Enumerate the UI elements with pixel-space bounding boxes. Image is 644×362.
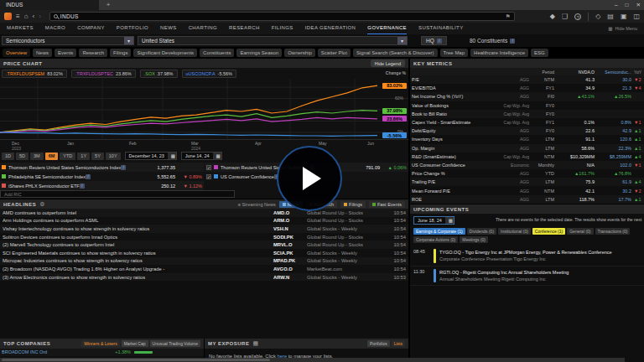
tab-tree-map[interactable]: Tree Map (440, 49, 468, 57)
event-chip-institutional-0[interactable]: Institutional (0) (498, 228, 531, 235)
range-6m[interactable]: 6M (45, 153, 59, 160)
menu-item-research[interactable]: RESEARCH (229, 22, 260, 35)
metric-row[interactable]: Mean Forward P/EAGGNTM42.130.2▼2 (410, 186, 644, 194)
hide-menu-button[interactable]: ▦ Hide Menu (608, 26, 637, 31)
legend-row[interactable]: Philadelphia SE Semiconductor Indexi5,55… (0, 172, 204, 181)
metric-row[interactable]: Book to Bill RatioCap Wgt. AvgFY0 (410, 110, 644, 118)
exposure-tab-portfolios[interactable]: Portfolios (367, 340, 390, 347)
range-10y[interactable]: 10Y (106, 153, 121, 160)
help-icon[interactable]: ? (574, 13, 581, 20)
news-headline[interactable]: Micropac Industries continues to show st… (3, 258, 273, 263)
news-row[interactable]: SCI Engineered Materials continues to sh… (0, 249, 408, 257)
region-select[interactable]: United States ▾ (138, 36, 408, 45)
exposure-tab-lists[interactable]: Lists (392, 340, 405, 347)
news-headline[interactable]: Vishay Intertechnology continues to show… (3, 226, 273, 231)
news-row[interactable]: Arm Holdings continues to outperform ASM… (0, 217, 408, 225)
news-ric[interactable]: VSH.N (273, 226, 307, 231)
sector-select[interactable]: Semiconductors ▾ (2, 36, 134, 45)
tab-news[interactable]: News (33, 49, 52, 57)
tab-overview[interactable]: Overview (3, 49, 30, 57)
calendar-icon[interactable]: ▦ (445, 217, 454, 224)
metric-row[interactable]: Trailing P/EAGGLTM75.961.9▲4 (410, 178, 644, 186)
company-name[interactable]: BROADCOM INC Ord (2, 349, 101, 354)
tab-ownership[interactable]: Ownership (284, 49, 315, 57)
legend-row[interactable]: Thomson Reuters United States Semiconduc… (0, 163, 204, 172)
news-headline[interactable]: SCI Engineered Materials continues to sh… (3, 251, 273, 256)
menu-item-macro[interactable]: MACRO (45, 22, 65, 35)
tc-tab-market-cap[interactable]: Market Cap (122, 340, 148, 347)
events-date-input[interactable]: June 18, 24 ▦ (413, 216, 454, 225)
metric-row[interactable]: Capex Yield - SmartEstimateCap Wgt. AvgF… (410, 118, 644, 127)
news-headline[interactable]: (2) Broadcom (NASDAQ:AVGO) Trading 1.6% … (3, 266, 273, 272)
news-row[interactable]: (2) Marvell Technology continues to outp… (0, 240, 408, 249)
news-row[interactable]: Solitron Devices continues to outperform… (0, 233, 408, 241)
tab-signal-search-search-discover[interactable]: Signal Search (Search & Discover) (353, 49, 438, 57)
scrollbar-thumb[interactable] (2, 359, 270, 361)
metric-row[interactable]: Price Change %AGGYTD▲161.7%▲76.8% (410, 169, 644, 178)
price-chart[interactable]: 83.02%60%37.98%23.86%0%-5.56% (0, 79, 408, 139)
news-row[interactable]: Micropac Industries continues to show st… (0, 257, 408, 266)
minimize-button[interactable]: – (615, 0, 618, 10)
briefcase-icon[interactable]: ▣ (621, 10, 627, 23)
range-5y[interactable]: 5Y (91, 153, 104, 160)
news-row[interactable]: (2) Broadcom (NASDAQ:AVGO) Trading 1.6% … (0, 265, 408, 273)
menu-item-portfolio[interactable]: PORTFOLIO (117, 22, 148, 35)
horizontal-scrollbar[interactable] (0, 358, 625, 362)
window-tab[interactable]: INDUS (0, 0, 99, 10)
new-tab-button[interactable]: + (103, 0, 113, 9)
home-icon[interactable]: ⌂ (24, 10, 29, 23)
chevron-down-icon[interactable]: ▾ (124, 37, 133, 44)
news-ric[interactable]: AVGO.O (273, 266, 307, 272)
add-ric-input[interactable]: Add RIC (0, 190, 235, 198)
range-5d[interactable]: 5D (16, 153, 29, 160)
new-document-icon[interactable]: ▤ (607, 10, 614, 23)
tab-esg[interactable]: ESG (531, 49, 548, 57)
metric-row[interactable]: P/EAGGNTM41.330.0▼2 (410, 75, 644, 84)
metric-row[interactable]: Op. MarginAGGLTM58.6%22.3%▲1 (410, 144, 644, 153)
tc-tab-winners-losers[interactable]: Winners & Losers (81, 340, 119, 347)
news-headline[interactable]: Solitron Devices continues to outperform… (3, 235, 273, 240)
news-headline[interactable]: (2) Marvell Technology continues to outp… (3, 242, 273, 247)
news-headline[interactable]: Arm Holdings continues to outperform ASM… (3, 218, 273, 223)
close-button[interactable]: ✕ (636, 0, 641, 10)
date-from-input[interactable]: December 14, 23 ▦ (125, 152, 177, 160)
col-nvda[interactable]: NVDA.O (554, 70, 595, 75)
news-ric[interactable]: ARW.N (273, 275, 307, 280)
calendar-icon[interactable]: ▦ (168, 153, 176, 159)
video-play-button[interactable] (277, 146, 342, 211)
event-chip-transactions-0[interactable]: Transactions (0) (595, 228, 631, 235)
metric-row[interactable]: EV/EBITDAAGGFY134.921.3▼4 (410, 84, 644, 92)
menu-icon[interactable]: ≡ (16, 10, 20, 23)
news-row[interactable]: (3) Arrow Electronics continues to show … (0, 273, 408, 282)
menu-item-markets[interactable]: MARKETS (7, 22, 34, 35)
company-row[interactable]: BROADCOM INC Ord+1.38% (0, 349, 204, 356)
tab-research[interactable]: Research (79, 49, 107, 57)
news-ric[interactable]: MPAD.PK (273, 258, 307, 263)
tab-scatter-plot[interactable]: Scatter Plot (318, 49, 351, 57)
menu-item-sustainability[interactable]: SUSTAINABILITY (418, 22, 464, 35)
hide-legend-button[interactable]: Hide Legend (371, 59, 405, 67)
news-headline[interactable]: (3) Arrow Electronics continues to show … (3, 275, 273, 280)
search-input[interactable]: INDUS ⚑ (49, 12, 515, 21)
news-ric[interactable]: ARM.O (273, 218, 307, 223)
menu-item-idea-generation[interactable]: IDEA GENERATION (305, 22, 356, 35)
legend-row[interactable]: iShares PHLX Semiconductor ETFi250.12▼ 1… (0, 181, 204, 190)
news-row[interactable]: AMD continues to outperform IntelAMD.OGl… (0, 209, 408, 217)
news-ric[interactable]: MRVL.O (273, 242, 307, 247)
tab-events[interactable]: Events (55, 49, 76, 57)
range-ytd[interactable]: YTD (60, 153, 75, 160)
event-chip-dividends-0[interactable]: Dividends (0) (467, 228, 496, 235)
col-sector[interactable]: Semiconduc... (595, 70, 631, 75)
metric-row[interactable]: Value of BookingsCap Wgt. AvgFY0 (410, 101, 644, 110)
streaming-news-toggle[interactable]: ≡ Streaming News (238, 202, 276, 207)
series-chip-trxfldusptec[interactable]: .TRXFLDUSPTEC23.86% (71, 70, 136, 78)
save-layout-icon[interactable]: ◫ (633, 10, 640, 23)
tab-earnings-season[interactable]: Earnings Season (236, 49, 282, 57)
legend-checkbox[interactable]: ✓ (206, 165, 211, 170)
series-chip-uusconcp-a[interactable]: uUSCONCP.A-5.56% (182, 70, 237, 78)
maximize-button[interactable]: □ (626, 0, 629, 10)
legend-checkbox[interactable]: ✓ (206, 174, 211, 179)
tab-healthcare-intelligence[interactable]: Healthcare Intelligence (470, 49, 528, 57)
news-headline[interactable]: AMD continues to outperform Intel (3, 210, 273, 215)
send-icon[interactable]: ◇ (595, 10, 600, 23)
